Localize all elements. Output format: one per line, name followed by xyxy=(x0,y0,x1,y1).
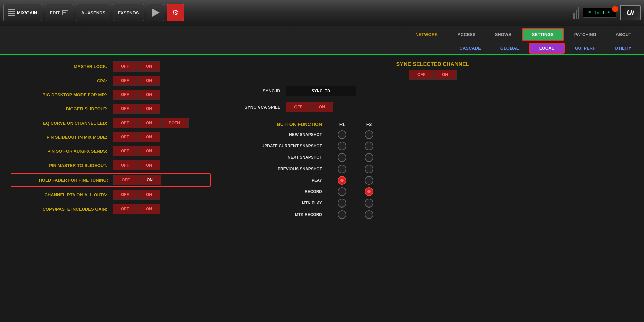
cpa-on[interactable]: ON xyxy=(138,76,160,86)
top-bar: MIX/GAIN EDIT AUXSENDS FXSENDS ⚙ * Init … xyxy=(0,0,644,26)
copy-paste-off[interactable]: OFF xyxy=(113,204,138,214)
chart-icon xyxy=(8,9,15,16)
hold-fader-off[interactable]: OFF xyxy=(113,175,138,185)
gear-button[interactable]: ⚙ xyxy=(167,4,184,21)
left-panel: MASTER LOCK: OFF ON CPA: OFF ON BIG DESK… xyxy=(13,61,208,321)
pin-so-aux-on[interactable]: ON xyxy=(138,146,160,156)
tab-access[interactable]: ACCESS xyxy=(448,29,485,40)
mtk-record-f2[interactable] xyxy=(356,210,382,219)
pin-master-on[interactable]: ON xyxy=(138,160,160,170)
pin-so-aux-off[interactable]: OFF xyxy=(113,146,138,156)
previous-snapshot-f2-radio[interactable] xyxy=(365,165,373,173)
record-f1[interactable] xyxy=(329,187,356,196)
setting-hold-fader: HOLD FADER FOR FINE TUNING: OFF ON xyxy=(11,173,211,187)
tab-network[interactable]: NETWORK xyxy=(406,29,447,40)
mtk-play-f2[interactable] xyxy=(356,199,382,208)
edit-button[interactable]: EDIT xyxy=(45,4,73,21)
master-lock-on[interactable]: ON xyxy=(138,61,160,72)
tab-about[interactable]: ABOUT xyxy=(606,29,641,40)
channel-rta-off[interactable]: OFF xyxy=(113,190,138,200)
pin-master-off[interactable]: OFF xyxy=(113,160,138,170)
record-f2[interactable] xyxy=(356,187,382,196)
next-snapshot-f1[interactable] xyxy=(329,153,356,162)
setting-cpa: CPA: OFF ON xyxy=(13,76,208,86)
nav-area: NETWORK ACCESS SHOWS SETTINGS PATCHING A… xyxy=(0,26,644,55)
play-f1[interactable] xyxy=(329,176,356,185)
mtk-play-f2-radio[interactable] xyxy=(365,199,373,208)
new-snapshot-f2[interactable] xyxy=(356,130,382,139)
eq-curve-on[interactable]: ON xyxy=(138,118,160,128)
tab-patching[interactable]: PATCHING xyxy=(565,29,606,40)
record-f2-radio[interactable] xyxy=(365,187,373,196)
previous-snapshot-f1[interactable] xyxy=(329,165,356,173)
mix-gain-button[interactable]: MIX/GAIN xyxy=(3,4,42,21)
sync-channel-off[interactable]: OFF xyxy=(409,70,434,80)
cpa-toggle: OFF ON xyxy=(113,76,160,86)
sync-vca-off[interactable]: OFF xyxy=(286,102,311,112)
mtk-play-f1-radio[interactable] xyxy=(338,199,346,208)
channel-rta-on[interactable]: ON xyxy=(138,190,160,200)
cpa-label: CPA: xyxy=(13,78,107,83)
next-snapshot-f2-radio[interactable] xyxy=(365,153,373,162)
mtk-play-f1[interactable] xyxy=(329,199,356,208)
tab-utility[interactable]: UTILITY xyxy=(605,44,641,53)
btn-func-record: RECORD xyxy=(235,187,631,196)
tab-global[interactable]: GLOBAL xyxy=(491,44,528,53)
update-snapshot-f2[interactable] xyxy=(356,142,382,150)
sync-channel-on[interactable]: ON xyxy=(434,70,457,80)
mtk-record-f1[interactable] xyxy=(329,210,356,219)
next-snapshot-f2[interactable] xyxy=(356,153,382,162)
pin-slideout-off[interactable]: OFF xyxy=(113,132,138,142)
setting-bigger-slideout: BIGGER SLIDEOUT: OFF ON xyxy=(13,104,208,114)
play-label: PLAY xyxy=(235,178,329,183)
new-snapshot-f1[interactable] xyxy=(329,130,356,139)
play-f2-radio[interactable] xyxy=(365,176,373,185)
tab-settings[interactable]: SETTINGS xyxy=(522,28,564,41)
pin-slideout-on[interactable]: ON xyxy=(138,132,160,142)
play-button[interactable] xyxy=(147,4,164,21)
mtk-record-f2-radio[interactable] xyxy=(365,210,373,219)
bigger-slideout-on[interactable]: ON xyxy=(138,104,160,114)
tab-shows[interactable]: SHOWS xyxy=(486,29,521,40)
setting-copy-paste: COPY/PASTE INCLUDES GAIN: OFF ON xyxy=(13,204,208,214)
new-snapshot-f2-radio[interactable] xyxy=(365,130,373,139)
sync-vca-on[interactable]: ON xyxy=(311,102,333,112)
sync-id-input[interactable] xyxy=(286,86,356,96)
record-label: RECORD xyxy=(235,189,329,194)
setting-pin-master: PIN MASTER TO SLIDEOUT: OFF ON xyxy=(13,160,208,170)
previous-snapshot-f1-radio[interactable] xyxy=(338,165,346,173)
play-f2[interactable] xyxy=(356,176,382,185)
tab-local[interactable]: LOCAL xyxy=(529,43,565,54)
new-snapshot-f1-radio[interactable] xyxy=(338,130,346,139)
button-function-header: BUTTON FUNCTION F1 F2 xyxy=(235,122,631,127)
cpa-off[interactable]: OFF xyxy=(113,76,138,86)
tab-cascade[interactable]: CASCADE xyxy=(450,44,490,53)
next-snapshot-f1-radio[interactable] xyxy=(338,153,346,162)
record-f1-radio[interactable] xyxy=(338,187,346,196)
update-snapshot-f2-radio[interactable] xyxy=(365,142,373,150)
master-lock-off[interactable]: OFF xyxy=(113,61,138,72)
gear-icon: ⚙ xyxy=(172,8,179,17)
update-snapshot-f1-radio[interactable] xyxy=(338,142,346,150)
btn-func-play: PLAY xyxy=(235,176,631,185)
mtk-record-f1-radio[interactable] xyxy=(338,210,346,219)
tab-gui-perf[interactable]: GUI PERF xyxy=(565,44,604,53)
big-desktop-off[interactable]: OFF xyxy=(113,90,138,100)
previous-snapshot-f2[interactable] xyxy=(356,165,382,173)
init-label: * Init * xyxy=(588,10,611,15)
play-f1-radio[interactable] xyxy=(338,176,346,185)
fx-sends-label: FXSENDS xyxy=(118,10,139,15)
hold-fader-label: HOLD FADER FOR FINE TUNING: xyxy=(14,178,108,183)
aux-sends-button[interactable]: AUXSENDS xyxy=(76,4,110,21)
big-desktop-on[interactable]: ON xyxy=(138,90,160,100)
hold-fader-on[interactable]: ON xyxy=(138,175,161,185)
eq-curve-both[interactable]: BOTH xyxy=(160,118,189,128)
copy-paste-on[interactable]: ON xyxy=(138,204,160,214)
update-snapshot-f1[interactable] xyxy=(329,142,356,150)
fx-sends-button[interactable]: FXSENDS xyxy=(113,4,144,21)
bigger-slideout-off[interactable]: OFF xyxy=(113,104,138,114)
mtk-play-label: MTK PLAY xyxy=(235,201,329,205)
pin-master-toggle: OFF ON xyxy=(113,160,160,170)
copy-paste-label: COPY/PASTE INCLUDES GAIN: xyxy=(13,206,107,212)
eq-curve-off[interactable]: OFF xyxy=(113,118,138,128)
